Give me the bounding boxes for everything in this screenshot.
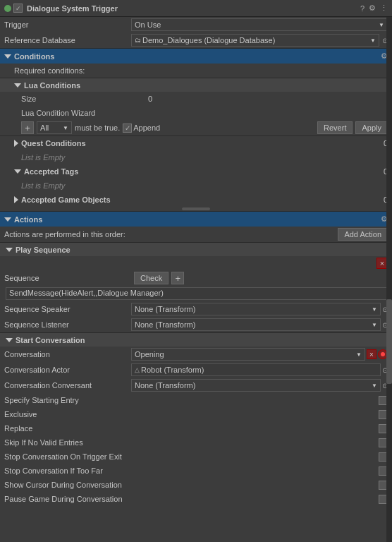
size-label: Size [21,95,148,103]
add-action-button[interactable]: Add Action [338,228,388,241]
quest-conditions-title: Quest Conditions [21,139,384,147]
conversant-value-container: None (Transform) ▼ ⊙ [131,379,388,392]
conversation-actor-row: Conversation Actor △ Robot (Transform) ⊙ [0,362,392,378]
size-value: 0 [148,95,152,103]
show-cursor-label: Show Cursor During Conversation [4,481,379,489]
sequence-speaker-dropdown[interactable]: None (Transform) ▼ [131,303,381,315]
conditions-triangle-icon [4,54,11,59]
actor-label: Conversation Actor [4,366,131,374]
sequence-speaker-value-container: None (Transform) ▼ ⊙ [131,303,388,315]
lua-wizard-row: Lua Condition Wizard [0,106,392,120]
overflow-icon[interactable]: ⋮ [380,4,388,13]
start-conversation-triangle-icon [6,338,13,342]
start-conversation-header: Start Conversation [0,332,392,347]
conversant-dropdown[interactable]: None (Transform) ▼ [131,379,381,392]
append-checkbox[interactable] [123,124,132,133]
game-objects-triangle-icon [14,196,18,203]
pause-game-label: Pause Game During Conversation [4,495,379,503]
trigger-row: Trigger On Use ▼ [0,17,392,32]
sequence-speaker-label: Sequence Speaker [4,305,131,313]
stop-too-far-row: Stop Conversation If Too Far [0,464,392,478]
trigger-label: Trigger [4,20,131,29]
conversant-value: None (Transform) [135,381,195,390]
trigger-value: On Use [135,20,161,29]
scrollbar-track[interactable] [386,17,392,542]
sequence-add-button[interactable]: + [171,272,184,284]
sequence-speaker-row: Sequence Speaker None (Transform) ▼ ⊙ [0,301,392,317]
actor-icon: △ [135,366,140,373]
sequence-listener-label: Sequence Listener [4,320,131,329]
add-condition-button[interactable]: + [21,121,34,134]
sequence-label: Sequence [4,274,131,282]
start-conversation-title: Start Conversation [16,336,388,344]
conversation-value-container: Opening ▼ × [131,348,388,361]
actions-triangle-icon [4,217,11,222]
conversation-row: Conversation Opening ▼ × [0,347,392,362]
apply-button[interactable]: Apply [355,121,388,134]
reference-db-row: Reference Database 🗂 Demo_Dialogues (Dia… [0,32,392,48]
header-title: Dialogue System Trigger [27,4,360,13]
sequence-value-input[interactable]: SendMessage(HideAlert,,Dialogue Manager) [6,287,388,300]
chevron-down-icon2: ▼ [370,37,376,44]
all-label: All [40,124,49,132]
tags-list-empty-row: List is Empty [0,179,392,193]
stop-trigger-exit-label: Stop Conversation On Trigger Exit [4,452,379,461]
reference-db-dropdown[interactable]: 🗂 Demo_Dialogues (Dialogue Database) ▼ [131,34,379,47]
conversation-label: Conversation [4,350,131,359]
stop-trigger-exit-row: Stop Conversation On Trigger Exit [0,450,392,464]
sequence-speaker-value: None (Transform) [135,305,195,313]
quest-list-empty: List is Empty [21,153,65,162]
actions-title: Actions [14,215,381,224]
actor-value-display: △ Robot (Transform) [131,363,381,376]
conversant-row: Conversation Conversant None (Transform)… [0,378,392,393]
check-button[interactable]: Check [134,272,169,284]
settings-icon[interactable]: ⚙ [369,4,376,13]
trigger-dropdown[interactable]: On Use ▼ [131,18,388,31]
quest-triangle-icon [14,140,18,147]
lua-wizard-label: Lua Condition Wizard [21,109,95,117]
accepted-game-objects-row: Accepted Game Objects 0 [0,193,392,207]
db-icon: 🗂 [135,37,141,44]
quest-list-empty-row: List is Empty [0,150,392,164]
sequence-row: Sequence Check + [0,270,392,286]
conversation-clear-icon[interactable]: × [367,349,376,359]
mini-scroll-thumb [182,207,210,210]
lua-conditions-header: Lua Conditions [0,78,392,92]
sequence-listener-value: None (Transform) [135,320,195,329]
bottom-padding [0,506,392,520]
skip-no-valid-row: Skip If No Valid Entries [0,435,392,450]
conversation-dropdown[interactable]: Opening ▼ [131,348,365,361]
conversation-value: Opening [135,350,164,359]
scroll-container[interactable]: Trigger On Use ▼ Reference Database 🗂 De… [0,17,392,542]
header-icons: ✓ [4,4,23,13]
specify-entry-row: Specify Starting Entry [0,393,392,407]
conditions-header: Conditions ⚙ [0,48,392,64]
checkbox-icon[interactable]: ✓ [13,4,23,13]
revert-button[interactable]: Revert [317,121,353,134]
listener-chevron-icon: ▼ [372,322,377,328]
play-sequence-triangle-icon [6,248,13,252]
replace-label: Replace [4,424,379,433]
actor-value-container: △ Robot (Transform) ⊙ [131,363,388,376]
record-dot [381,352,385,356]
append-label: Append [133,124,160,132]
sequence-value-text: SendMessage(HideAlert,,Dialogue Manager) [9,289,164,297]
sequence-listener-row: Sequence Listener None (Transform) ▼ ⊙ [0,317,392,332]
green-dot-icon [4,5,11,12]
all-dropdown[interactable]: All ▼ [37,121,72,134]
accepted-game-objects-title: Accepted Game Objects [21,195,384,204]
help-icon[interactable]: ? [360,4,365,13]
tags-list-empty: List is Empty [21,181,65,190]
skip-no-valid-label: Skip If No Valid Entries [4,438,379,447]
scrollbar-thumb[interactable] [386,299,392,384]
required-conditions-row: Required conditions: [0,64,392,78]
accepted-tags-row: Accepted Tags 0 [0,164,392,179]
speaker-chevron-icon: ▼ [372,306,377,313]
header: ✓ Dialogue System Trigger ? ⚙ ⋮ [0,0,392,17]
actions-header: Actions ⚙ [0,211,392,227]
sequence-listener-dropdown[interactable]: None (Transform) ▼ [131,318,381,331]
play-sequence-title: Play Sequence [16,246,388,254]
actor-value: Robot (Transform) [141,366,204,374]
all-chevron-icon: ▼ [63,125,68,131]
wizard-controls-row: + All ▼ must be true. Append Revert Appl… [0,120,392,136]
